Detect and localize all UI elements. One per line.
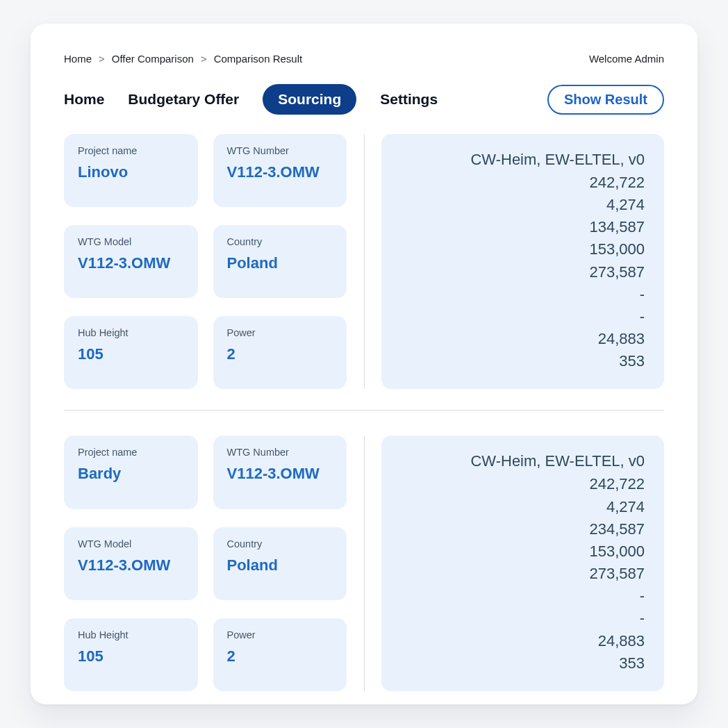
tab-home[interactable]: Home (64, 91, 104, 108)
field-value: V112-3.OMW (78, 254, 184, 272)
field-value: Poland (227, 556, 333, 574)
field-label: Project name (78, 145, 184, 156)
field-label: Country (227, 538, 333, 549)
result-panel: CW-Heim, EW-ELTEL, v0 242,722 4,274 134,… (381, 134, 664, 389)
result-value: 24,883 (598, 631, 645, 651)
breadcrumb-item-offer-comparison[interactable]: Offer Comparison (112, 53, 194, 65)
project-block: Project name Linovo WTG Number V112-3.OM… (64, 134, 664, 410)
result-value: 242,722 (589, 474, 645, 494)
field-value: V112-3.OMW (227, 163, 333, 181)
tab-settings[interactable]: Settings (380, 91, 438, 108)
field-project-name: Project name Bardy (64, 436, 198, 508)
result-value: - (640, 586, 645, 606)
result-value: - (640, 307, 645, 326)
breadcrumb: Home > Offer Comparison > Comparison Res… (64, 53, 302, 65)
result-value: 353 (619, 351, 645, 371)
vertical-divider (364, 134, 365, 389)
project-list: Project name Linovo WTG Number V112-3.OM… (64, 134, 664, 704)
field-label: Project name (78, 447, 184, 458)
topbar: Home > Offer Comparison > Comparison Res… (64, 53, 664, 65)
field-wtg-model: WTG Model V112-3.OMW (64, 527, 198, 600)
result-value: 242,722 (589, 173, 645, 192)
result-value: 234,587 (589, 520, 645, 539)
field-label: Hub Height (78, 629, 184, 640)
welcome-text: Welcome Admin (589, 53, 664, 65)
result-panel: CW-Heim, EW-ELTEL, v0 242,722 4,274 234,… (381, 436, 664, 690)
field-label: Power (227, 327, 333, 338)
result-value: 134,587 (589, 217, 645, 237)
field-label: WTG Model (78, 538, 184, 549)
result-value: 153,000 (589, 542, 645, 561)
result-value: - (640, 609, 645, 628)
result-value: 4,274 (606, 497, 645, 517)
field-value: 2 (227, 345, 333, 363)
result-value: - (640, 285, 645, 304)
chevron-right-icon: > (201, 53, 207, 65)
field-hub-height: Hub Height 105 (64, 316, 198, 389)
field-label: WTG Number (227, 145, 333, 156)
field-label: WTG Number (227, 447, 333, 458)
result-value: 273,587 (589, 564, 645, 584)
result-value: 273,587 (589, 263, 645, 282)
field-value: Bardy (78, 465, 184, 483)
field-power: Power 2 (213, 618, 347, 691)
field-wtg-number: WTG Number V112-3.OMW (213, 436, 347, 508)
field-value: 105 (78, 345, 184, 363)
field-power: Power 2 (213, 316, 347, 389)
project-fields: Project name Bardy WTG Number V112-3.OMW… (64, 436, 347, 690)
tab-bar: Home Budgetary Offer Sourcing Settings S… (64, 84, 664, 115)
vertical-divider (364, 436, 365, 690)
field-label: Country (227, 236, 333, 247)
result-value: 153,000 (589, 240, 645, 259)
field-value: Linovo (78, 163, 184, 181)
field-value: V112-3.OMW (78, 556, 184, 574)
field-label: WTG Model (78, 236, 184, 247)
field-hub-height: Hub Height 105 (64, 618, 198, 691)
field-project-name: Project name Linovo (64, 134, 198, 207)
result-value: 4,274 (606, 195, 645, 215)
result-value: 24,883 (598, 329, 645, 349)
field-wtg-model: WTG Model V112-3.OMW (64, 225, 198, 298)
breadcrumb-item-comparison-result[interactable]: Comparison Result (214, 53, 303, 65)
field-value: 2 (227, 647, 333, 665)
chevron-right-icon: > (99, 53, 105, 65)
field-wtg-number: WTG Number V112-3.OMW (213, 134, 347, 207)
field-label: Hub Height (78, 327, 184, 338)
result-title: CW-Heim, EW-ELTEL, v0 (470, 151, 645, 169)
result-title: CW-Heim, EW-ELTEL, v0 (470, 452, 645, 470)
show-result-button[interactable]: Show Result (547, 85, 664, 115)
tab-sourcing[interactable]: Sourcing (263, 84, 356, 115)
project-block: Project name Bardy WTG Number V112-3.OMW… (64, 410, 664, 704)
field-value: V112-3.OMW (227, 465, 333, 483)
field-country: Country Poland (213, 225, 347, 298)
project-fields: Project name Linovo WTG Number V112-3.OM… (64, 134, 347, 389)
app-card: Home > Offer Comparison > Comparison Res… (31, 24, 697, 704)
tab-budgetary-offer[interactable]: Budgetary Offer (128, 91, 239, 108)
result-value: 353 (619, 654, 645, 673)
breadcrumb-item-home[interactable]: Home (64, 53, 92, 65)
field-label: Power (227, 629, 333, 640)
field-value: Poland (227, 254, 333, 272)
field-value: 105 (78, 647, 184, 665)
field-country: Country Poland (213, 527, 347, 600)
